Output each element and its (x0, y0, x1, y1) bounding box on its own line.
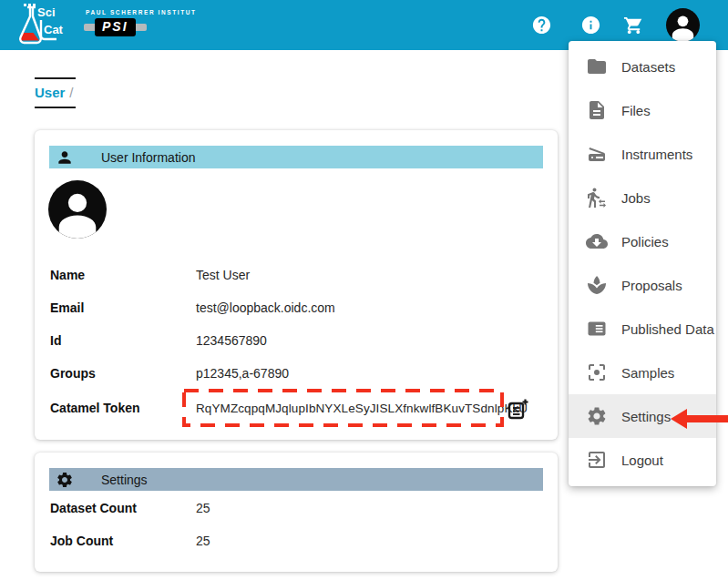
menu-item-label: Instruments (621, 147, 692, 162)
menu-item-label: Settings (621, 409, 671, 424)
menu-item-jobs[interactable]: Jobs (569, 176, 716, 219)
reader-icon (586, 318, 608, 340)
breadcrumb-user-link[interactable]: User (35, 85, 65, 100)
field-row-email: Email test@loopback.oidc.com (35, 291, 558, 324)
spa-leaf-icon (586, 274, 608, 296)
field-label: Id (35, 333, 196, 348)
menu-item-label: Jobs (621, 190, 651, 206)
info-icon[interactable] (580, 15, 601, 36)
cloud-download-icon (586, 230, 608, 252)
person-icon (56, 148, 74, 167)
folder-icon (586, 56, 608, 77)
file-icon (586, 99, 608, 121)
menu-item-label: Files (621, 103, 651, 118)
breadcrumb: User/ (35, 77, 76, 108)
focus-icon (586, 361, 608, 383)
menu-item-logout[interactable]: Logout (569, 438, 716, 482)
svg-text:Cat: Cat (44, 23, 64, 36)
psi-logo-text: PSI (95, 18, 136, 36)
walking-person-icon (586, 187, 608, 209)
user-dropdown-menu: Datasets Files Instruments Jobs Policies… (569, 41, 716, 486)
profile-avatar (48, 180, 107, 239)
field-row-groups: Groups p12345,a-67890 (35, 357, 558, 390)
menu-item-label: Datasets (621, 59, 675, 75)
field-label: Dataset Count (35, 501, 196, 515)
settings-card-header: Settings (49, 468, 543, 491)
field-row-name: Name Test User (35, 259, 558, 291)
scanner-icon (586, 143, 608, 165)
field-value: 25 (196, 501, 210, 515)
menu-item-label: Proposals (621, 278, 682, 293)
field-value: test@loopback.oidc.com (196, 300, 335, 315)
menu-item-files[interactable]: Files (569, 88, 716, 132)
field-row-id: Id 1234567890 (35, 324, 558, 357)
field-value: 25 (196, 534, 210, 548)
gear-icon (586, 405, 608, 427)
settings-card-title: Settings (101, 473, 148, 487)
menu-item-label: Policies (621, 234, 669, 249)
gear-icon (56, 471, 74, 489)
field-label: Job Count (35, 534, 196, 548)
catamel-token-value: RqYMZcqpqMJqlupIbNYXLeSyJISLXfnkwlfBKuvT… (196, 402, 528, 415)
field-row-catamel-token: Catamel Token RqYMZcqpqMJqlupIbNYXLeSyJI… (35, 390, 558, 426)
user-avatar[interactable] (666, 8, 700, 42)
field-label: Groups (35, 366, 196, 381)
menu-item-datasets[interactable]: Datasets (569, 45, 716, 88)
breadcrumb-separator: / (65, 85, 73, 100)
psi-caption: PAUL SCHERRER INSTITUT (86, 9, 171, 15)
copy-token-icon[interactable] (506, 398, 529, 422)
menu-item-samples[interactable]: Samples (569, 351, 716, 394)
user-card-header: User Information (49, 146, 543, 168)
field-row-dataset-count: Dataset Count 25 (35, 492, 558, 524)
menu-item-published-data[interactable]: Published Data (569, 307, 716, 351)
field-row-job-count: Job Count 25 (35, 524, 558, 557)
menu-item-proposals[interactable]: Proposals (569, 263, 716, 307)
field-value: p12345,a-67890 (196, 366, 289, 381)
menu-item-label: Logout (621, 453, 663, 468)
psi-logo[interactable]: PAUL SCHERRER INSTITUT PSI (84, 9, 171, 36)
menu-item-label: Published Data (621, 321, 714, 337)
field-label: Email (35, 300, 196, 315)
settings-card: Settings Dataset Count 25 Job Count 25 (35, 453, 558, 572)
field-label: Catamel Token (35, 401, 196, 415)
cart-icon[interactable] (623, 15, 644, 36)
menu-item-instruments[interactable]: Instruments (569, 132, 716, 176)
menu-item-policies[interactable]: Policies (569, 219, 716, 263)
field-label: Name (35, 268, 196, 282)
help-icon[interactable] (531, 15, 552, 36)
user-information-card: User Information Name Test User Email te… (35, 130, 558, 440)
scicat-logo-icon[interactable]: Sci Cat (7, 3, 67, 52)
menu-item-settings[interactable]: Settings (569, 394, 716, 438)
psi-bar-right (134, 24, 147, 31)
svg-text:Sci: Sci (37, 5, 56, 19)
user-card-title: User Information (101, 150, 195, 165)
field-value: Test User (196, 268, 250, 282)
exit-icon (586, 449, 608, 471)
field-value: 1234567890 (196, 333, 267, 348)
menu-item-label: Samples (621, 365, 674, 381)
